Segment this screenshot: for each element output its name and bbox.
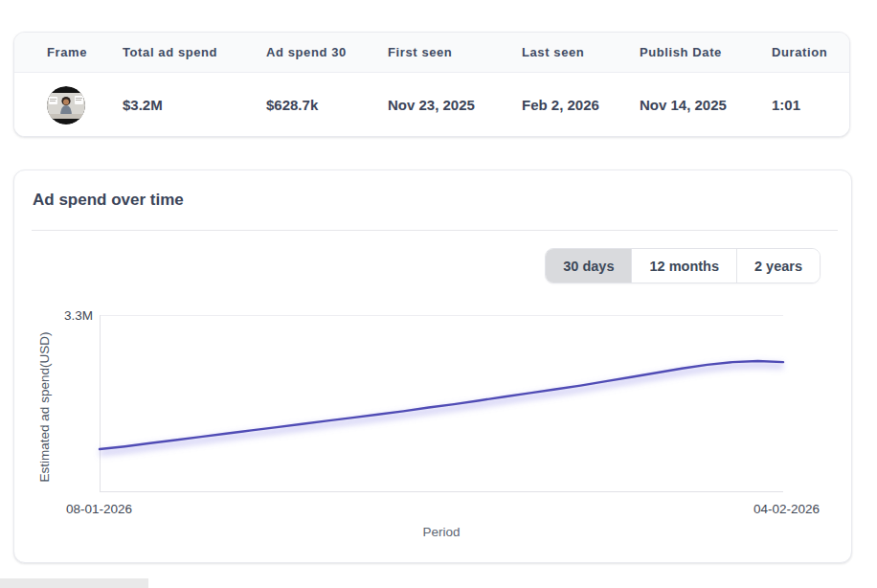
duration-value: 1:01 — [772, 97, 849, 113]
frame-thumbnail-graphic — [47, 86, 85, 124]
card-divider — [32, 230, 838, 231]
y-axis-tick-label: 3.3M — [49, 308, 93, 323]
column-header-last-seen: Last seen — [522, 45, 640, 59]
period-button-12-months[interactable]: 12 months — [631, 249, 736, 283]
last-seen-value: Feb 2, 2026 — [522, 97, 640, 113]
period-button-30-days[interactable]: 30 days — [546, 249, 631, 283]
x-axis-title: Period — [100, 525, 783, 539]
first-seen-value: Nov 23, 2025 — [388, 97, 522, 113]
column-header-first-seen: First seen — [388, 45, 522, 59]
period-toggle-group: 30 days 12 months 2 years — [545, 248, 821, 283]
frame-cell — [47, 86, 123, 124]
column-header-frame: Frame — [47, 45, 123, 59]
table-row[interactable]: $3.2M $628.7k Nov 23, 2025 Feb 2, 2026 N… — [14, 73, 849, 137]
y-axis-title: Estimated ad spend(USD) — [37, 332, 52, 483]
publish-date-value: Nov 14, 2025 — [640, 97, 772, 113]
column-header-duration: Duration — [772, 45, 849, 59]
x-axis-tick-first: 08-01-2026 — [66, 502, 132, 516]
table-header-row: Frame Total ad spend Ad spend 30 First s… — [14, 33, 849, 73]
period-button-2-years[interactable]: 2 years — [736, 249, 820, 283]
line-series-glow — [100, 365, 783, 453]
chart-title: Ad spend over time — [33, 191, 184, 210]
ad-spend-30-value: $628.7k — [266, 97, 388, 113]
ad-spend-line-chart[interactable] — [100, 315, 783, 491]
x-axis-line — [100, 491, 783, 492]
ad-summary-table: Frame Total ad spend Ad spend 30 First s… — [13, 32, 850, 137]
page: Frame Total ad spend Ad spend 30 First s… — [0, 0, 877, 588]
bottom-scroll-strip — [0, 578, 148, 588]
video-frame-thumbnail[interactable] — [47, 86, 85, 124]
ad-spend-chart-card: Ad spend over time 30 days 12 months 2 y… — [13, 170, 852, 563]
column-header-ad-spend-30: Ad spend 30 — [266, 45, 388, 59]
total-ad-spend-value: $3.2M — [123, 97, 266, 113]
column-header-total-ad-spend: Total ad spend — [123, 45, 266, 59]
x-axis-tick-last: 04-02-2026 — [753, 502, 820, 516]
column-header-publish-date: Publish Date — [640, 45, 772, 59]
